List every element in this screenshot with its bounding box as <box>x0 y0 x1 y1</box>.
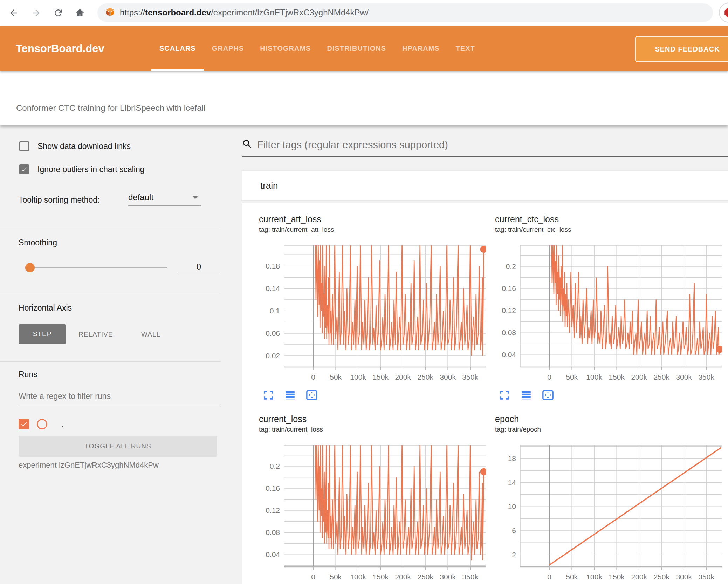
svg-text:10: 10 <box>508 502 516 510</box>
back-icon[interactable] <box>5 4 22 22</box>
svg-text:0.04: 0.04 <box>266 550 280 558</box>
svg-text:250k: 250k <box>417 573 433 581</box>
chart-title: epoch <box>495 414 726 424</box>
chart-tag: tag: train/current_loss <box>259 426 490 433</box>
checkbox-unchecked-icon[interactable] <box>19 141 29 151</box>
svg-text:150k: 150k <box>609 573 625 581</box>
divider <box>0 228 221 228</box>
smoothing-slider-handle[interactable] <box>25 263 35 272</box>
tensorboard-favicon <box>105 7 115 18</box>
svg-text:0.1: 0.1 <box>270 307 280 315</box>
chart-plot[interactable]: 0.040.080.120.160.2050k100k150k200k250k3… <box>259 442 490 583</box>
fullscreen-icon[interactable] <box>498 389 511 401</box>
checkbox-checked-icon[interactable] <box>19 164 29 174</box>
chart-epoch: epoch tag: train/epoch 26101418050k100k1… <box>495 414 726 584</box>
svg-text:100k: 100k <box>350 573 366 581</box>
run-color-swatch-icon <box>37 419 47 429</box>
axis-step-button[interactable]: STEP <box>19 324 66 344</box>
chart-title: current_ctc_loss <box>495 214 726 224</box>
svg-text:200k: 200k <box>395 373 411 381</box>
experiment-title: Conformer CTC training for LibriSpeech w… <box>16 103 205 113</box>
svg-text:300k: 300k <box>440 573 456 581</box>
tab-hparams[interactable]: HPARAMS <box>394 26 448 71</box>
svg-text:250k: 250k <box>417 373 433 381</box>
dashboard-main: train current_att_loss tag: train/curren… <box>231 125 728 584</box>
toggle-all-runs-button[interactable]: TOGGLE ALL RUNS <box>19 436 217 457</box>
send-feedback-button[interactable]: SEND FEEDBACK <box>635 36 728 62</box>
tooltip-sorting-value: default <box>128 192 153 202</box>
tooltip-sorting-select[interactable]: default <box>128 192 201 206</box>
tab-histograms[interactable]: HISTOGRAMS <box>252 26 319 71</box>
svg-text:100k: 100k <box>586 373 602 381</box>
fit-domain-icon[interactable] <box>305 389 318 401</box>
chart-tag: tag: train/epoch <box>495 426 726 433</box>
svg-text:0.16: 0.16 <box>502 284 516 292</box>
chart-plot[interactable]: 0.020.060.10.140.18050k100k150k200k250k3… <box>259 242 490 383</box>
svg-text:2: 2 <box>512 551 516 559</box>
svg-text:0: 0 <box>311 373 315 381</box>
svg-text:0.12: 0.12 <box>266 506 280 514</box>
tab-text[interactable]: TEXT <box>448 26 483 71</box>
home-icon[interactable] <box>71 4 89 22</box>
train-section-header[interactable]: train <box>242 170 728 201</box>
svg-text:14: 14 <box>508 478 516 487</box>
brand-logo: TensorBoard.dev <box>16 26 104 71</box>
svg-text:0.06: 0.06 <box>266 329 280 337</box>
show-download-links-checkbox-row[interactable]: Show data download links <box>19 141 131 151</box>
chart-plot[interactable]: 26101418050k100k150k200k250k300k350k <box>495 442 726 583</box>
chart-title: current_att_loss <box>259 214 490 224</box>
svg-text:6: 6 <box>512 527 516 535</box>
chart-current-ctc-loss: current_ctc_loss tag: train/current_ctc_… <box>495 214 726 401</box>
data-table-icon[interactable] <box>520 389 533 401</box>
chart-toolbar <box>262 389 490 401</box>
svg-text:50k: 50k <box>330 573 342 581</box>
svg-text:0.16: 0.16 <box>266 484 280 492</box>
svg-text:150k: 150k <box>372 573 389 581</box>
run-checkbox-checked-icon[interactable] <box>19 419 29 429</box>
smoothing-value[interactable]: 0 <box>177 262 221 274</box>
divider <box>0 294 221 294</box>
svg-text:0.08: 0.08 <box>502 328 516 337</box>
chart-current-loss: current_loss tag: train/current_loss 0.0… <box>259 414 490 584</box>
svg-text:350k: 350k <box>698 573 714 581</box>
runs-regex-input[interactable] <box>19 392 221 405</box>
reload-icon[interactable] <box>49 4 67 22</box>
axis-relative-button[interactable]: RELATIVE <box>78 331 113 338</box>
svg-text:300k: 300k <box>676 373 692 381</box>
svg-text:50k: 50k <box>566 573 578 581</box>
forward-icon[interactable] <box>27 4 45 22</box>
browser-toolbar: https://tensorboard.dev/experiment/lzGnE… <box>0 0 728 26</box>
svg-text:0.02: 0.02 <box>266 352 280 360</box>
chart-title: current_loss <box>259 414 490 424</box>
svg-text:100k: 100k <box>350 373 366 381</box>
svg-text:0.04: 0.04 <box>502 351 516 359</box>
filter-tags-row <box>242 138 728 157</box>
chart-tag: tag: train/current_ctc_loss <box>495 226 726 233</box>
fit-domain-icon[interactable] <box>541 389 555 401</box>
svg-text:0.08: 0.08 <box>266 528 280 536</box>
filter-tags-input[interactable] <box>257 139 713 151</box>
tab-distributions[interactable]: DISTRIBUTIONS <box>319 26 394 71</box>
svg-text:300k: 300k <box>440 373 456 381</box>
tab-scalars[interactable]: SCALARS <box>151 26 204 71</box>
svg-text:0: 0 <box>547 373 551 381</box>
fullscreen-icon[interactable] <box>262 389 275 401</box>
profile-avatar[interactable] <box>719 2 728 23</box>
train-section-label: train <box>260 180 278 191</box>
svg-text:350k: 350k <box>698 373 714 381</box>
tab-graphs[interactable]: GRAPHS <box>204 26 252 71</box>
ignore-outliers-checkbox-row[interactable]: Ignore outliers in chart scaling <box>19 164 145 174</box>
svg-text:0.12: 0.12 <box>502 306 516 314</box>
svg-text:0: 0 <box>547 573 551 581</box>
url-bar[interactable]: https://tensorboard.dev/experiment/lzGnE… <box>97 3 713 22</box>
svg-text:150k: 150k <box>372 373 389 381</box>
run-row[interactable]: . <box>19 419 63 429</box>
axis-wall-button[interactable]: WALL <box>141 331 160 338</box>
smoothing-slider-track[interactable] <box>30 267 167 268</box>
charts-card: current_att_loss tag: train/current_att_… <box>242 203 728 584</box>
svg-text:150k: 150k <box>609 373 625 381</box>
chart-plot[interactable]: 0.040.080.120.160.2050k100k150k200k250k3… <box>495 242 726 383</box>
search-icon <box>242 138 253 151</box>
experiment-title-band: Conformer CTC training for LibriSpeech w… <box>0 71 728 125</box>
data-table-icon[interactable] <box>283 389 297 401</box>
